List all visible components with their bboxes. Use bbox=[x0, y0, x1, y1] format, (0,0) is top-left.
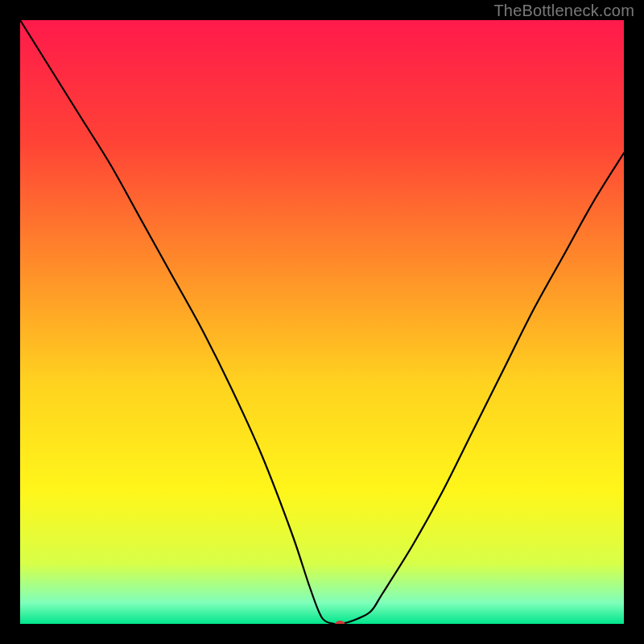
gradient-fill bbox=[20, 20, 624, 624]
chart-frame: TheBottleneck.com bbox=[0, 0, 644, 644]
plot-area bbox=[20, 20, 624, 624]
chart-svg bbox=[20, 20, 624, 624]
attribution-text: TheBottleneck.com bbox=[493, 2, 634, 20]
